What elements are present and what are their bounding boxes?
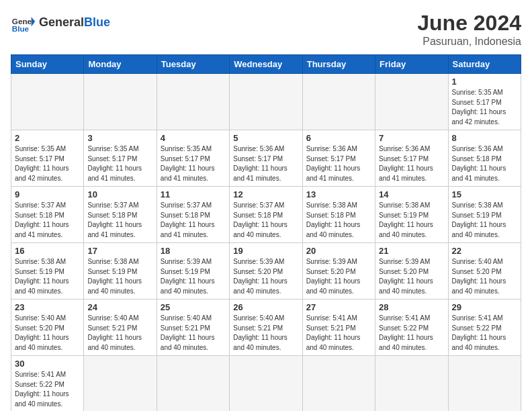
day-empty: [157, 74, 229, 130]
day-25: 25 Sunrise: 5:40 AMSunset: 5:21 PMDaylig…: [157, 300, 229, 356]
day-1: 1 Sunrise: 5:35 AMSunset: 5:17 PMDayligh…: [448, 74, 521, 130]
day-29: 29 Sunrise: 5:41 AMSunset: 5:22 PMDaylig…: [448, 300, 521, 356]
day-5: 5 Sunrise: 5:36 AMSunset: 5:17 PMDayligh…: [230, 130, 302, 187]
header-saturday: Saturday: [448, 55, 521, 74]
day-8: 8 Sunrise: 5:36 AMSunset: 5:18 PMDayligh…: [448, 130, 521, 187]
logo: General Blue GeneralBlue: [11, 11, 110, 35]
day-6: 6 Sunrise: 5:36 AMSunset: 5:17 PMDayligh…: [302, 130, 375, 187]
location-title: Pasuruan, Indonesia: [417, 36, 521, 48]
day-11: 11 Sunrise: 5:37 AMSunset: 5:18 PMDaylig…: [157, 187, 229, 243]
day-4: 4 Sunrise: 5:35 AMSunset: 5:17 PMDayligh…: [157, 130, 229, 187]
day-20: 20 Sunrise: 5:39 AMSunset: 5:20 PMDaylig…: [302, 243, 375, 300]
month-title: June 2024: [417, 11, 521, 36]
week-row-2: 2 Sunrise: 5:35 AMSunset: 5:17 PMDayligh…: [11, 130, 521, 187]
header-monday: Monday: [84, 55, 157, 74]
day-16: 16 Sunrise: 5:38 AMSunset: 5:19 PMDaylig…: [11, 243, 84, 300]
day-24: 24 Sunrise: 5:40 AMSunset: 5:21 PMDaylig…: [84, 300, 157, 356]
day-13: 13 Sunrise: 5:38 AMSunset: 5:18 PMDaylig…: [302, 187, 375, 243]
day-26: 26 Sunrise: 5:40 AMSunset: 5:21 PMDaylig…: [230, 300, 302, 356]
day-empty: [230, 356, 302, 412]
logo-icon: General Blue: [11, 11, 35, 35]
day-14: 14 Sunrise: 5:38 AMSunset: 5:19 PMDaylig…: [375, 187, 448, 243]
day-7: 7 Sunrise: 5:36 AMSunset: 5:17 PMDayligh…: [375, 130, 448, 187]
day-empty: [448, 356, 521, 412]
week-row-5: 23 Sunrise: 5:40 AMSunset: 5:20 PMDaylig…: [11, 300, 521, 356]
week-row-6: 30 Sunrise: 5:41 AMSunset: 5:22 PMDaylig…: [11, 356, 521, 412]
header-sunday: Sunday: [11, 55, 84, 74]
header-friday: Friday: [375, 55, 448, 74]
day-30: 30 Sunrise: 5:41 AMSunset: 5:22 PMDaylig…: [11, 356, 84, 412]
header: General Blue GeneralBlue June 2024 Pasur…: [11, 11, 521, 48]
day-2: 2 Sunrise: 5:35 AMSunset: 5:17 PMDayligh…: [11, 130, 84, 187]
week-row-4: 16 Sunrise: 5:38 AMSunset: 5:19 PMDaylig…: [11, 243, 521, 300]
header-wednesday: Wednesday: [230, 55, 302, 74]
day-empty: [84, 74, 157, 130]
day-empty: [375, 356, 448, 412]
day-empty: [302, 356, 375, 412]
day-empty: [11, 74, 84, 130]
header-tuesday: Tuesday: [157, 55, 229, 74]
week-row-3: 9 Sunrise: 5:37 AMSunset: 5:18 PMDayligh…: [11, 187, 521, 243]
day-22: 22 Sunrise: 5:40 AMSunset: 5:20 PMDaylig…: [448, 243, 521, 300]
day-15: 15 Sunrise: 5:38 AMSunset: 5:19 PMDaylig…: [448, 187, 521, 243]
weekday-header-row: Sunday Monday Tuesday Wednesday Thursday…: [11, 55, 521, 74]
day-3: 3 Sunrise: 5:35 AMSunset: 5:17 PMDayligh…: [84, 130, 157, 187]
header-thursday: Thursday: [302, 55, 375, 74]
day-19: 19 Sunrise: 5:39 AMSunset: 5:20 PMDaylig…: [230, 243, 302, 300]
day-17: 17 Sunrise: 5:38 AMSunset: 5:19 PMDaylig…: [84, 243, 157, 300]
svg-text:Blue: Blue: [12, 24, 30, 33]
day-empty: [375, 74, 448, 130]
day-empty: [157, 356, 229, 412]
day-12: 12 Sunrise: 5:37 AMSunset: 5:18 PMDaylig…: [230, 187, 302, 243]
day-18: 18 Sunrise: 5:39 AMSunset: 5:19 PMDaylig…: [157, 243, 229, 300]
title-area: June 2024 Pasuruan, Indonesia: [417, 11, 521, 48]
day-23: 23 Sunrise: 5:40 AMSunset: 5:20 PMDaylig…: [11, 300, 84, 356]
day-27: 27 Sunrise: 5:41 AMSunset: 5:21 PMDaylig…: [302, 300, 375, 356]
calendar: Sunday Monday Tuesday Wednesday Thursday…: [11, 54, 521, 411]
day-empty: [302, 74, 375, 130]
logo-blue: Blue: [84, 15, 110, 29]
logo-general: General: [39, 15, 84, 29]
day-10: 10 Sunrise: 5:37 AMSunset: 5:18 PMDaylig…: [84, 187, 157, 243]
day-empty: [84, 356, 157, 412]
day-21: 21 Sunrise: 5:39 AMSunset: 5:20 PMDaylig…: [375, 243, 448, 300]
day-28: 28 Sunrise: 5:41 AMSunset: 5:22 PMDaylig…: [375, 300, 448, 356]
week-row-1: 1 Sunrise: 5:35 AMSunset: 5:17 PMDayligh…: [11, 74, 521, 130]
day-empty: [230, 74, 302, 130]
day-9: 9 Sunrise: 5:37 AMSunset: 5:18 PMDayligh…: [11, 187, 84, 243]
